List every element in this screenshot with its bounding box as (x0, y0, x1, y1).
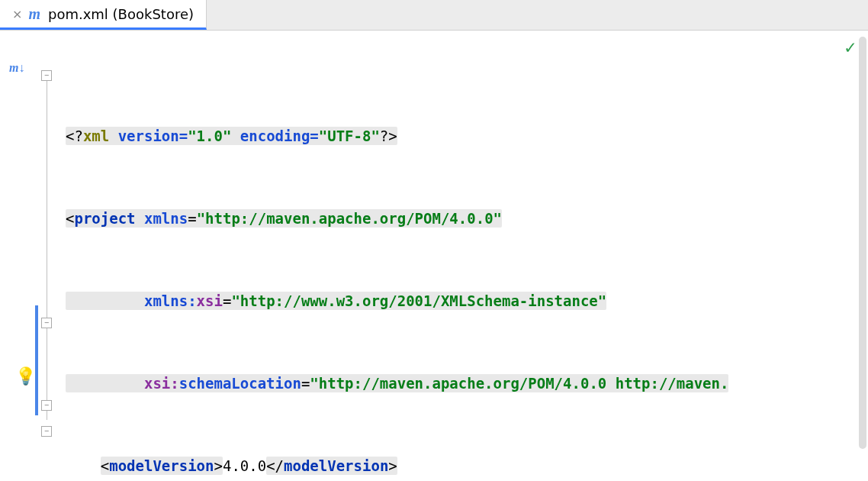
check-icon: ✓ (845, 37, 856, 58)
tab-bar: × m pom.xml (BookStore) (0, 0, 868, 31)
tab-title: pom.xml (BookStore) (48, 6, 194, 22)
code-area[interactable]: <?xml version="1.0" encoding="UTF-8"?> <… (61, 31, 868, 481)
fold-handle[interactable]: − (41, 70, 52, 81)
editor: m↓ − − − − 💡 <?xml version="1.0" encodin… (0, 31, 868, 481)
fold-handle[interactable]: − (41, 318, 52, 328)
left-gutter: m↓ (0, 31, 37, 481)
fold-handle[interactable]: − (41, 400, 52, 411)
scrollbar[interactable] (859, 37, 866, 449)
fold-gutter: − − − − 💡 (37, 31, 61, 481)
fold-handle[interactable]: − (41, 426, 52, 437)
bulb-icon[interactable]: 💡 (15, 366, 36, 386)
maven-reload-icon[interactable]: m↓ (9, 61, 24, 75)
tab-pom-xml[interactable]: × m pom.xml (BookStore) (0, 0, 207, 30)
close-icon[interactable]: × (12, 7, 22, 21)
maven-icon: m (28, 5, 40, 23)
